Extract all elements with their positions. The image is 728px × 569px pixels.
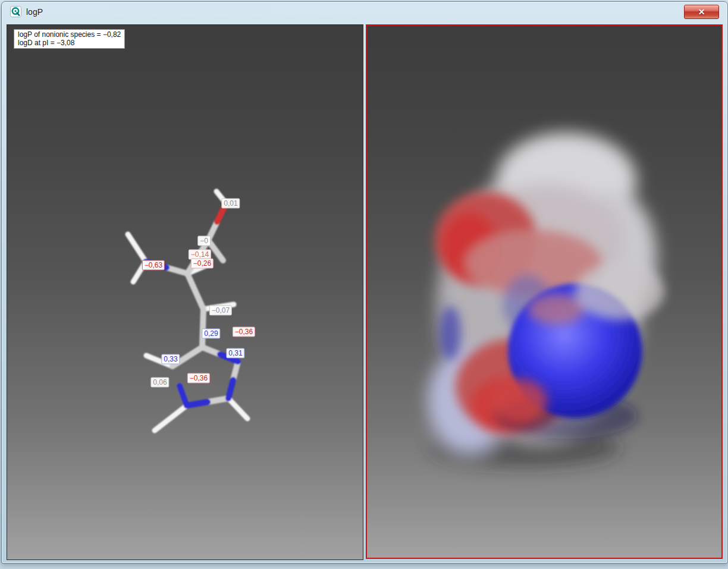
molecule-3d bbox=[7, 25, 363, 559]
close-button[interactable]: ✕ bbox=[684, 5, 719, 19]
app-icon bbox=[10, 6, 21, 17]
structure-view-3d[interactable]: logP of nonionic species = −0,82 logD at… bbox=[7, 24, 363, 560]
viewer-content: logP of nonionic species = −0,82 logD at… bbox=[7, 24, 723, 560]
surface-view-3d[interactable] bbox=[366, 24, 723, 559]
window-title: logP bbox=[26, 7, 43, 17]
logp-info-overlay: logP of nonionic species = −0,82 logD at… bbox=[14, 29, 125, 49]
atom-increment-label: −0,07 bbox=[209, 306, 232, 316]
atom-increment-label: 0,33 bbox=[161, 354, 180, 364]
atom-increment-label: −0 bbox=[197, 236, 211, 246]
atom-increment-label: 0,31 bbox=[226, 348, 244, 359]
atom-increment-label: −0,26 bbox=[191, 259, 214, 269]
logp-nonionic-line: logP of nonionic species = −0,82 bbox=[18, 30, 121, 39]
surface-3d bbox=[367, 26, 723, 558]
title-bar[interactable]: logP ✕ bbox=[2, 2, 727, 24]
atom-increment-label: 0,29 bbox=[202, 329, 220, 339]
atom-increment-label: −0,63 bbox=[142, 260, 165, 271]
desktop: s.com/pages/webpage.action?pageId=125832… bbox=[0, 0, 728, 569]
atom-increment-label: −0,36 bbox=[233, 327, 255, 337]
close-icon: ✕ bbox=[698, 8, 705, 16]
logd-pi-line: logD at pI = −3,08 bbox=[18, 39, 121, 47]
atom-increment-label: 0,06 bbox=[150, 378, 169, 388]
atom-increment-label: −0,36 bbox=[187, 373, 210, 383]
logp-window: logP ✕ bbox=[1, 1, 728, 564]
atom-increment-label: 0,01 bbox=[221, 199, 240, 209]
